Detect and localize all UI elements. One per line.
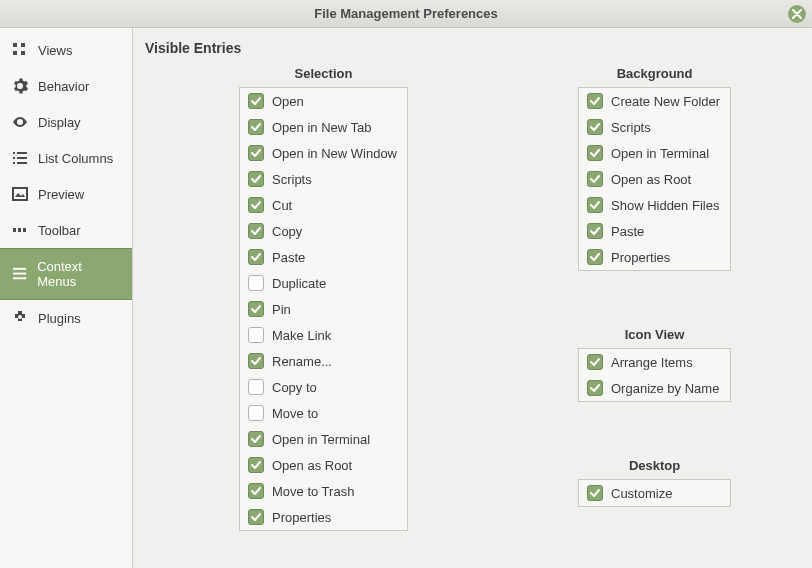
option-row[interactable]: Make Link — [240, 322, 407, 348]
sidebar-item-views[interactable]: Views — [0, 32, 132, 68]
option-row[interactable]: Open as Root — [579, 166, 730, 192]
image-icon — [12, 186, 28, 202]
checkbox[interactable] — [248, 197, 264, 213]
option-label: Create New Folder — [611, 94, 720, 109]
checkbox[interactable] — [587, 171, 603, 187]
svg-rect-7 — [17, 157, 27, 159]
option-label: Arrange Items — [611, 355, 693, 370]
iconview-list: Arrange ItemsOrganize by Name — [578, 348, 731, 402]
option-row[interactable]: Open in New Tab — [240, 114, 407, 140]
option-row[interactable]: Organize by Name — [579, 375, 730, 401]
checkbox[interactable] — [248, 353, 264, 369]
close-button[interactable] — [788, 5, 806, 23]
option-row[interactable]: Scripts — [240, 166, 407, 192]
titlebar: File Management Preferences — [0, 0, 812, 28]
option-label: Open — [272, 94, 304, 109]
option-label: Duplicate — [272, 276, 326, 291]
option-row[interactable]: Move to Trash — [240, 478, 407, 504]
sidebar-item-label: Context Menus — [37, 259, 120, 289]
option-row[interactable]: Open as Root — [240, 452, 407, 478]
views-icon — [12, 42, 28, 58]
svg-rect-13 — [23, 228, 26, 232]
option-label: Properties — [272, 510, 331, 525]
checkbox[interactable] — [248, 509, 264, 525]
sidebar-item-preview[interactable]: Preview — [0, 176, 132, 212]
option-row[interactable]: Create New Folder — [579, 88, 730, 114]
option-row[interactable]: Copy — [240, 218, 407, 244]
option-row[interactable]: Properties — [579, 244, 730, 270]
checkbox[interactable] — [587, 93, 603, 109]
option-label: Move to — [272, 406, 318, 421]
option-label: Organize by Name — [611, 381, 719, 396]
sidebar-item-label: Display — [38, 115, 81, 130]
option-label: Copy to — [272, 380, 317, 395]
sidebar-item-list-columns[interactable]: List Columns — [0, 140, 132, 176]
svg-rect-2 — [21, 43, 25, 47]
checkbox[interactable] — [248, 119, 264, 135]
checkbox[interactable] — [587, 119, 603, 135]
option-label: Copy — [272, 224, 302, 239]
svg-rect-10 — [13, 188, 27, 200]
page-heading: Visible Entries — [145, 40, 794, 56]
checkbox[interactable] — [248, 275, 264, 291]
sidebar-item-label: Preview — [38, 187, 84, 202]
option-row[interactable]: Paste — [579, 218, 730, 244]
sidebar-item-behavior[interactable]: Behavior — [0, 68, 132, 104]
checkbox[interactable] — [248, 145, 264, 161]
option-row[interactable]: Copy to — [240, 374, 407, 400]
checkbox[interactable] — [587, 197, 603, 213]
checkbox[interactable] — [248, 431, 264, 447]
option-row[interactable]: Properties — [240, 504, 407, 530]
checkbox[interactable] — [587, 354, 603, 370]
checkbox[interactable] — [248, 93, 264, 109]
sidebar-item-plugins[interactable]: Plugins — [0, 300, 132, 336]
checkbox[interactable] — [248, 379, 264, 395]
sidebar-item-label: List Columns — [38, 151, 113, 166]
option-row[interactable]: Paste — [240, 244, 407, 270]
option-label: Open in Terminal — [611, 146, 709, 161]
checkbox[interactable] — [248, 171, 264, 187]
checkbox[interactable] — [248, 249, 264, 265]
option-row[interactable]: Scripts — [579, 114, 730, 140]
gear-icon — [12, 78, 28, 94]
option-row[interactable]: Cut — [240, 192, 407, 218]
option-row[interactable]: Open — [240, 88, 407, 114]
option-label: Open as Root — [611, 172, 691, 187]
checkbox[interactable] — [248, 223, 264, 239]
svg-rect-0 — [13, 43, 17, 47]
checkbox[interactable] — [248, 327, 264, 343]
content-pane: Visible Entries Selection OpenOpen in Ne… — [133, 28, 812, 568]
sidebar-item-context-menus[interactable]: Context Menus — [0, 248, 132, 300]
checkbox[interactable] — [587, 485, 603, 501]
checkbox[interactable] — [587, 145, 603, 161]
group-title: Icon View — [578, 327, 731, 342]
window-title: File Management Preferences — [314, 6, 498, 21]
checkbox[interactable] — [248, 301, 264, 317]
sidebar-item-label: Views — [38, 43, 72, 58]
option-row[interactable]: Show Hidden Files — [579, 192, 730, 218]
option-label: Show Hidden Files — [611, 198, 719, 213]
checkbox[interactable] — [587, 223, 603, 239]
svg-rect-5 — [17, 152, 27, 154]
option-row[interactable]: Duplicate — [240, 270, 407, 296]
option-row[interactable]: Move to — [240, 400, 407, 426]
checkbox[interactable] — [248, 483, 264, 499]
group-title: Background — [578, 66, 731, 81]
option-row[interactable]: Pin — [240, 296, 407, 322]
sidebar-item-display[interactable]: Display — [0, 104, 132, 140]
checkbox[interactable] — [248, 405, 264, 421]
option-row[interactable]: Open in New Window — [240, 140, 407, 166]
checkbox[interactable] — [587, 249, 603, 265]
option-row[interactable]: Open in Terminal — [579, 140, 730, 166]
sidebar-item-toolbar[interactable]: Toolbar — [0, 212, 132, 248]
checkbox[interactable] — [248, 457, 264, 473]
svg-rect-3 — [21, 51, 25, 55]
group-background: Background Create New FolderScriptsOpen … — [578, 66, 731, 271]
option-row[interactable]: Rename... — [240, 348, 407, 374]
option-row[interactable]: Arrange Items — [579, 349, 730, 375]
option-row[interactable]: Customize — [579, 480, 730, 506]
checkbox[interactable] — [587, 380, 603, 396]
sidebar-item-label: Plugins — [38, 311, 81, 326]
svg-rect-12 — [18, 228, 21, 232]
option-row[interactable]: Open in Terminal — [240, 426, 407, 452]
